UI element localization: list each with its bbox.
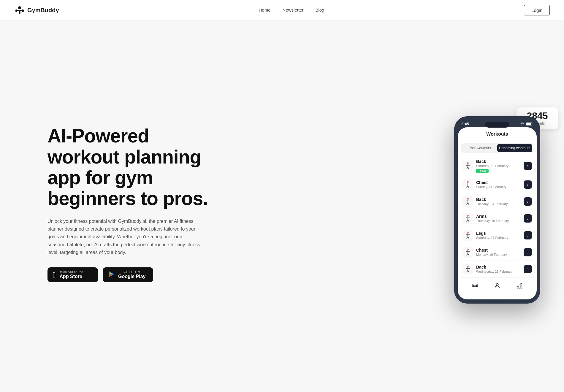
hero-section: AI-Powered workout planning app for gym …	[0, 20, 564, 392]
workouts-nav-icon[interactable]	[471, 282, 479, 290]
workout-arrow-button[interactable]: ›	[524, 248, 532, 256]
workout-item: ArmsThursday, 15 February›	[460, 210, 534, 227]
workout-item: BackWednesday, 21 February›	[460, 261, 534, 278]
svg-point-33	[467, 249, 469, 250]
svg-rect-7	[526, 123, 531, 125]
hero-title: AI-Powered workout planning app for gym …	[47, 126, 214, 209]
phone-status-icons	[519, 122, 533, 126]
google-play-icon	[108, 271, 115, 279]
phone-wrapper: 2845 Workouts 2:45	[454, 104, 540, 304]
svg-line-11	[467, 167, 468, 169]
google-play-button[interactable]: GET IT ON Google Play	[103, 267, 153, 282]
svg-rect-45	[473, 285, 476, 286]
workout-date: Thursday, 15 February	[476, 219, 521, 223]
workout-arrow-button[interactable]: ›	[524, 197, 532, 206]
svg-line-31	[467, 237, 468, 239]
login-button[interactable]: Login	[524, 5, 550, 15]
workout-arrow-button[interactable]: ›	[524, 231, 532, 239]
workout-arrow-button[interactable]: ›	[524, 162, 532, 170]
svg-line-42	[468, 270, 469, 272]
svg-point-46	[496, 283, 498, 285]
workout-date: Wednesday, 21 February	[476, 270, 521, 273]
svg-point-18	[467, 198, 469, 200]
svg-rect-3	[22, 9, 24, 12]
workout-info: ChestSunday, 11 February	[476, 180, 521, 189]
nav-links: Home Newsletter Blog	[259, 7, 324, 13]
workout-date: Sunday, 11 February	[476, 185, 521, 189]
svg-rect-4	[19, 11, 20, 14]
svg-line-16	[467, 186, 468, 188]
workout-emoji	[462, 161, 473, 171]
svg-point-23	[467, 215, 469, 217]
workout-info: BackWednesday, 21 February	[476, 265, 521, 273]
workout-info: BackTuesday, 13 February	[476, 197, 521, 206]
workout-name: Back	[476, 265, 521, 269]
nav-home[interactable]: Home	[259, 7, 271, 12]
upcoming-workouts-tab[interactable]: Upcoming workouts	[497, 144, 532, 152]
svg-rect-48	[519, 285, 520, 288]
svg-line-17	[468, 186, 469, 188]
workout-arrow-button[interactable]: ›	[524, 214, 532, 223]
phone-time: 2:45	[461, 122, 469, 126]
phone-bottom-nav	[458, 278, 537, 293]
svg-line-36	[467, 253, 468, 255]
svg-line-37	[468, 253, 469, 255]
workout-arrow-button[interactable]: ›	[524, 265, 532, 273]
svg-point-28	[467, 232, 469, 234]
past-workouts-tab[interactable]: Past workouts	[462, 144, 497, 152]
logo-text: GymBuddy	[27, 7, 59, 14]
logo-icon	[14, 5, 25, 15]
svg-rect-49	[521, 283, 522, 288]
svg-line-32	[468, 237, 469, 239]
svg-line-22	[468, 203, 469, 205]
svg-line-12	[468, 167, 469, 169]
apple-icon: 	[53, 271, 56, 279]
google-play-main: Google Play	[118, 274, 145, 279]
tab-bar: Past workouts Upcoming workouts	[461, 143, 533, 153]
workout-item: ChestMonday, 19 February›	[460, 244, 534, 261]
profile-nav-icon[interactable]	[493, 282, 501, 290]
app-store-main: App Store	[59, 274, 83, 279]
svg-rect-47	[517, 286, 518, 288]
phone-container: 2845 Workouts 2:45	[454, 116, 540, 304]
workout-info: ChestMonday, 19 February	[476, 248, 521, 256]
workout-info: LegsSaturday, 17 February	[476, 231, 521, 239]
workout-emoji	[462, 179, 473, 190]
workout-name: Legs	[476, 231, 521, 236]
workout-emoji	[462, 196, 473, 207]
workout-name: Chest	[476, 248, 521, 253]
stats-nav-icon[interactable]	[515, 282, 524, 290]
workout-item: BackSaturday, 10 FebruaryToday›	[460, 156, 534, 176]
today-badge: Today	[476, 169, 489, 173]
workout-date: Saturday, 10 February	[476, 164, 521, 168]
hero-description: Unlock your fitness potential with GymBu…	[47, 218, 202, 257]
workout-item: ChestSunday, 11 February›	[460, 176, 534, 193]
workout-info: ArmsThursday, 15 February	[476, 214, 521, 223]
app-store-text: Download on the App Store	[59, 270, 83, 279]
nav-newsletter[interactable]: Newsletter	[283, 7, 304, 12]
logo-link[interactable]: GymBuddy	[14, 5, 59, 15]
workout-item: LegsSaturday, 17 February›	[460, 227, 534, 244]
workout-emoji	[462, 264, 473, 274]
svg-rect-2	[15, 9, 17, 12]
workout-emoji	[462, 230, 473, 241]
app-store-button[interactable]:  Download on the App Store	[47, 267, 98, 282]
workout-emoji	[462, 213, 473, 224]
workout-arrow-button[interactable]: ›	[524, 180, 532, 189]
workout-date: Saturday, 17 February	[476, 236, 521, 239]
app-store-sub: Download on the	[59, 270, 83, 274]
svg-point-38	[467, 266, 469, 267]
workout-date: Monday, 19 February	[476, 253, 521, 256]
phone-screen: Workouts Past workouts Upcoming workouts…	[458, 127, 537, 299]
nav-blog[interactable]: Blog	[315, 7, 324, 12]
navbar: GymBuddy Home Newsletter Blog Login	[0, 0, 564, 20]
phone-mockup: 2:45 Wo	[454, 116, 540, 304]
svg-rect-1	[17, 10, 23, 11]
workout-info: BackSaturday, 10 FebruaryToday	[476, 159, 521, 173]
svg-line-41	[467, 270, 468, 272]
svg-line-21	[467, 203, 468, 205]
svg-point-8	[467, 162, 469, 164]
svg-line-27	[468, 220, 469, 222]
workout-name: Back	[476, 159, 521, 164]
svg-line-26	[467, 220, 468, 222]
